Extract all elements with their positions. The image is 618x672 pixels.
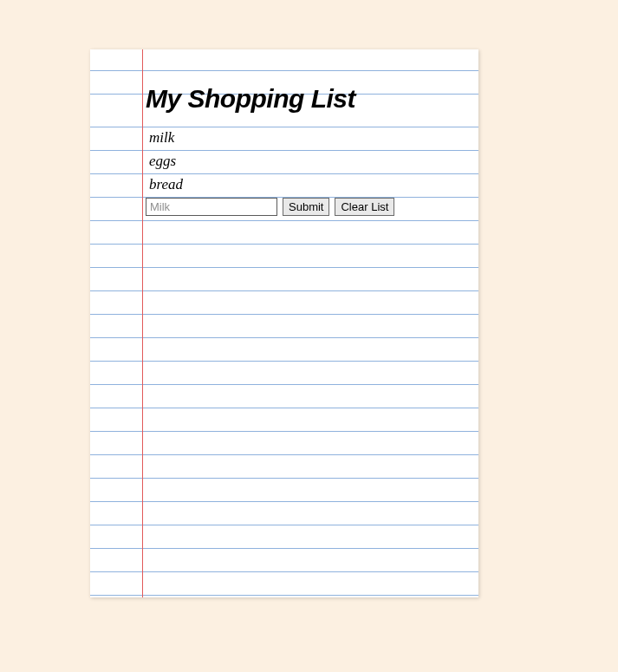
content-area: My Shopping List milk eggs bread Submit … (90, 49, 478, 216)
submit-button[interactable]: Submit (283, 198, 329, 216)
add-item-form: Submit Clear List (146, 198, 465, 216)
page-title: My Shopping List (146, 84, 465, 114)
item-input[interactable] (146, 198, 277, 216)
list-item: bread (146, 173, 465, 196)
item-list: milk eggs bread (146, 126, 465, 196)
list-item: eggs (146, 149, 465, 173)
notepad-paper: My Shopping List milk eggs bread Submit … (90, 49, 478, 597)
list-item: milk (146, 126, 465, 149)
clear-list-button[interactable]: Clear List (335, 198, 394, 216)
